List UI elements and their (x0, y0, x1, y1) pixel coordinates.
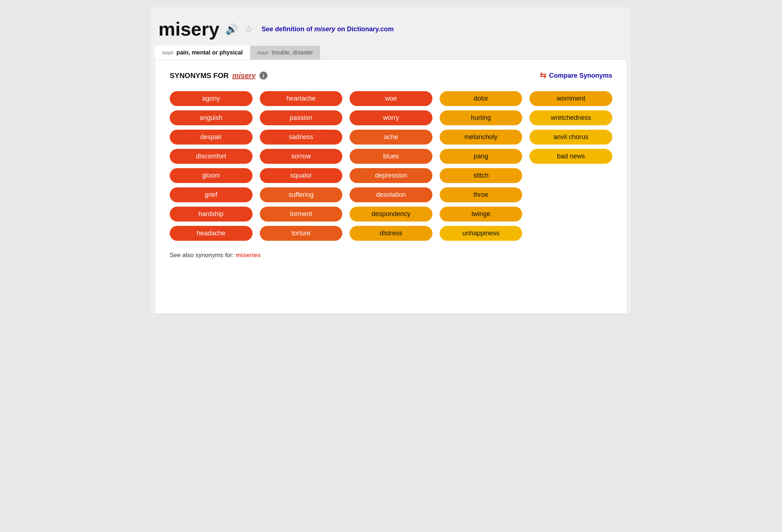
dict-link-suffix: on Dictionary.com (335, 25, 394, 33)
synonym-column-1: agony anguish despair discomfort gloom g… (170, 91, 253, 241)
pill-sadness[interactable]: sadness (260, 130, 343, 145)
dict-link-word: misery (314, 25, 335, 33)
tab-trouble[interactable]: noun trouble, disaster (250, 46, 320, 60)
pill-desolation[interactable]: desolation (350, 187, 432, 202)
pill-heartache[interactable]: heartache (260, 91, 343, 106)
pill-ache[interactable]: ache (350, 130, 432, 145)
see-also-link[interactable]: miseries (235, 252, 261, 259)
synonyms-header: SYNONYMS FOR misery i ⇆ Compare Synonyms (170, 71, 612, 80)
pill-torment[interactable]: torment (260, 207, 343, 222)
pill-grief[interactable]: grief (170, 187, 253, 202)
synonyms-title-group: SYNONYMS FOR misery i (170, 72, 267, 80)
tab-pain-label: pain, mental or physical (177, 49, 243, 56)
tab-pain-type: noun (162, 50, 173, 56)
see-also-text: See also synonyms for: (170, 252, 234, 259)
pill-worriment[interactable]: worriment (529, 91, 612, 106)
speaker-icon[interactable]: 🔊 (225, 23, 238, 35)
synonym-column-2: heartache passion sadness sorrow squalor… (260, 91, 343, 241)
pill-wretchedness[interactable]: wretchedness (529, 110, 612, 125)
info-icon[interactable]: i (259, 72, 267, 80)
synonym-column-5: worriment wretchedness anvil chorus bad … (529, 91, 612, 164)
page-title: misery (158, 18, 219, 40)
dict-link-prefix: See definition of (262, 25, 314, 33)
see-also-section: See also synonyms for: miseries (170, 252, 612, 259)
pill-woe[interactable]: woe (350, 91, 432, 106)
pill-suffering[interactable]: suffering (260, 187, 343, 202)
pill-twinge[interactable]: twinge (440, 207, 523, 222)
pill-stitch[interactable]: stitch (440, 168, 523, 183)
pill-bad-news[interactable]: bad news (529, 149, 612, 164)
main-card: SYNONYMS FOR misery i ⇆ Compare Synonyms… (155, 60, 627, 314)
compare-arrows-icon: ⇆ (540, 71, 546, 80)
tabs-row: noun pain, mental or physical noun troub… (151, 46, 631, 60)
synonyms-for-label: SYNONYMS FOR (170, 72, 229, 80)
pill-hardship[interactable]: hardship (170, 207, 253, 222)
pill-despondency[interactable]: despondency (350, 207, 432, 222)
tab-pain[interactable]: noun pain, mental or physical (155, 46, 250, 60)
star-icon[interactable]: ☆ (244, 23, 253, 35)
synonym-column-3: woe worry ache blues depression desolati… (350, 91, 432, 241)
pill-melancholy[interactable]: melancholy (440, 130, 523, 145)
tab-trouble-label: trouble, disaster (272, 49, 313, 56)
pill-headache[interactable]: headache (170, 226, 253, 241)
pill-agony[interactable]: agony (170, 91, 253, 106)
pill-anguish[interactable]: anguish (170, 110, 253, 125)
pill-passion[interactable]: passion (260, 110, 343, 125)
pill-discomfort[interactable]: discomfort (170, 149, 253, 164)
pill-dolor[interactable]: dolor (440, 91, 523, 106)
pill-gloom[interactable]: gloom (170, 168, 253, 183)
pill-hurting[interactable]: hurting (440, 110, 523, 125)
dictionary-link[interactable]: See definition of misery on Dictionary.c… (262, 25, 394, 33)
compare-synonyms-button[interactable]: ⇆ Compare Synonyms (540, 71, 612, 80)
page-wrapper: misery 🔊 ☆ See definition of misery on D… (151, 7, 631, 314)
pill-unhappiness[interactable]: unhappiness (440, 226, 523, 241)
pill-anvil-chorus[interactable]: anvil chorus (529, 130, 612, 145)
pill-distress[interactable]: distress (350, 226, 432, 241)
pill-pang[interactable]: pang (440, 149, 523, 164)
pill-squalor[interactable]: squalor (260, 168, 343, 183)
tab-trouble-type: noun (257, 50, 269, 56)
pill-torture[interactable]: torture (260, 226, 343, 241)
synonyms-word[interactable]: misery (232, 72, 256, 80)
compare-synonyms-label: Compare Synonyms (549, 72, 612, 80)
synonyms-grid: agony anguish despair discomfort gloom g… (170, 91, 612, 241)
header-section: misery 🔊 ☆ See definition of misery on D… (151, 15, 631, 46)
synonym-column-4: dolor hurting melancholy pang stitch thr… (440, 91, 523, 241)
pill-depression[interactable]: depression (350, 168, 432, 183)
pill-worry[interactable]: worry (350, 110, 432, 125)
pill-throe[interactable]: throe (440, 187, 523, 202)
pill-blues[interactable]: blues (350, 149, 432, 164)
pill-despair[interactable]: despair (170, 130, 253, 145)
pill-sorrow[interactable]: sorrow (260, 149, 343, 164)
